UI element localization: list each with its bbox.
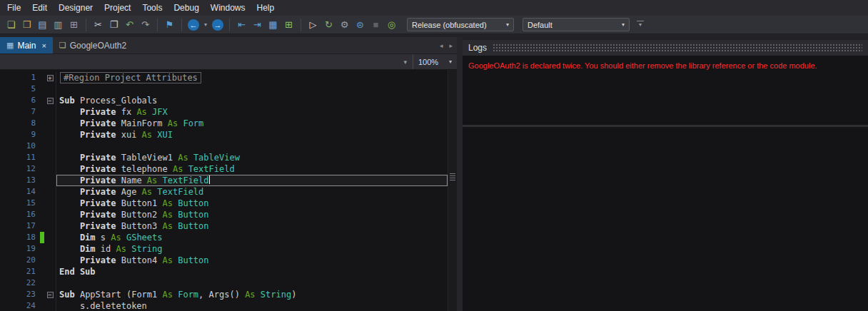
code-line-8[interactable]: 8 Private MainForm As Form [0,118,448,129]
tab-main[interactable]: ▦Main× [0,37,53,53]
code-line-1[interactable]: 1+#Region Project Attributes [0,72,448,83]
new-icon[interactable]: ❏ [4,18,18,31]
line-number: 20 [0,255,40,266]
code-line-12[interactable]: 12 Private telephone As TextField [0,163,448,175]
paste-icon[interactable]: ❐ [107,18,121,31]
line-number: 11 [0,152,40,163]
sub-navigator-select[interactable]: ▾ [0,54,413,69]
menu-item-edit[interactable]: Edit [26,1,53,15]
code-line-10[interactable]: 10 [0,141,448,152]
indent-icon[interactable]: ⇥ [251,18,264,31]
editor-vertical-scrollbar[interactable] [448,70,457,311]
back-history-chevron-icon[interactable]: ▾ [202,18,209,31]
designer-icon[interactable]: ▦ [266,18,280,31]
build-configuration-select[interactable]: Release (obfuscated) ▾ [407,18,514,31]
code-line-11[interactable]: 11 Private TableView1 As TableView [0,152,448,163]
line-number: 1 [0,72,40,83]
fold-collapse-icon[interactable]: − [44,95,56,106]
log-error-message: GoogleOAuth2 is declared twice. You shou… [468,61,862,70]
menu-item-windows[interactable]: Windows [205,1,251,15]
fold-gutter [44,198,56,209]
line-number: 7 [0,106,40,118]
code-text: Dim id As String [56,243,448,255]
compile-icon[interactable]: ↻ [322,18,335,31]
code-line-23[interactable]: 23−Sub AppStart (Form1 As Form, Args() A… [0,289,448,300]
outdent-icon[interactable]: ⇤ [235,18,248,31]
logs-output: GoogleOAuth2 is declared twice. You shou… [463,56,868,127]
code-line-13[interactable]: 13 Private Name As TextField [0,175,448,186]
code-line-20[interactable]: 20 Private Button4 As Button [0,255,448,266]
fold-collapse-icon[interactable]: − [44,289,56,300]
toolbar-separator [181,19,182,31]
code-line-21[interactable]: 21End Sub [0,266,448,277]
menu-item-designer[interactable]: Designer [53,1,99,15]
menu-item-tools[interactable]: Tools [136,1,168,15]
code-text: Private Button3 As Button [56,220,448,232]
tab-scroll-left-icon[interactable]: ◂ [440,42,443,49]
cut-icon[interactable]: ✂ [91,18,105,31]
code-text: Private Button1 As Button [56,198,448,209]
fold-gutter [44,152,56,163]
code-line-9[interactable]: 9 Private xui As XUI [0,129,448,141]
bookmark-icon[interactable]: ⚑ [163,18,176,31]
zoom-select[interactable]: 100% ▾ [413,54,457,69]
code-line-19[interactable]: 19 Dim id As String [0,243,448,255]
code-line-24[interactable]: 24 s.deletetoken [0,300,448,311]
tab-googleoauth2[interactable]: ❏GoogleOAuth2 [53,37,133,53]
editor-pane: ▦Main×❏GoogleOAuth2 ◂ ▸ ▾ 100% ▾ 1+#Regi… [0,37,457,311]
code-text: Private fx As JFX [56,106,448,118]
save-all-icon[interactable]: ▥ [51,18,65,31]
menu-item-debug[interactable]: Debug [168,1,204,15]
code-line-15[interactable]: 15 Private Button1 As Button [0,198,448,209]
modules-icon[interactable]: ⊞ [67,18,81,31]
code-text: Private Button2 As Button [56,209,448,220]
code-text: Sub Process_Globals [56,95,448,106]
code-line-16[interactable]: 16 Private Button2 As Button [0,209,448,220]
toolbar-overflow-button[interactable]: ▾ [637,21,644,29]
menu-item-help[interactable]: Help [251,1,281,15]
line-number: 24 [0,300,40,311]
code-line-22[interactable]: 22 [0,277,448,289]
code-text: Private xui As XUI [56,129,448,141]
build-configuration-value: Release (obfuscated) [412,21,487,29]
tab-scroll-right-icon[interactable]: ▸ [449,42,453,49]
code-line-17[interactable]: 17 Private Button3 As Button [0,220,448,232]
redo-icon[interactable]: ↷ [138,18,152,31]
fold-gutter [44,220,56,232]
menu-item-file[interactable]: File [1,1,26,15]
menu-item-project[interactable]: Project [99,1,136,15]
code-line-6[interactable]: 6−Sub Process_Globals [0,95,448,106]
toolbar-separator [301,19,301,31]
line-number: 6 [0,95,40,106]
logs-panel-header[interactable]: Logs [463,40,868,56]
code-line-5[interactable]: 5 [0,83,448,95]
open-icon[interactable]: ❒ [20,18,34,31]
build-settings-icon[interactable]: ⚙ [338,18,351,31]
clean-icon[interactable]: ◎ [385,18,398,31]
code-text: Private Name As TextField [56,175,448,186]
stop-icon[interactable]: ■ [369,18,383,31]
navigate-forward-icon[interactable]: → [212,19,223,31]
ide-window: FileEditDesignerProjectToolsDebugWindows… [0,0,868,311]
editor-top-bar: ▾ 100% ▾ [0,54,457,70]
tab-scroll-controls: ◂ ▸ [440,37,453,53]
line-number: 13 [0,175,40,186]
save-icon[interactable]: ▤ [36,18,49,31]
fold-expand-icon[interactable]: + [44,72,56,83]
run-configuration-select[interactable]: Default ▾ [523,18,630,31]
code-text [56,83,448,95]
deploy-icon[interactable]: ⊜ [353,18,367,31]
code-line-14[interactable]: 14 Private Age As TextField [0,186,448,198]
navigate-back-icon[interactable]: ← [188,19,199,31]
run-icon[interactable]: ▷ [306,18,320,31]
code-text: Private Age As TextField [56,186,448,198]
visual-designer-icon[interactable]: ⊞ [282,18,296,31]
logs-title: Logs [468,43,487,53]
code-line-18[interactable]: 18 Dim s As GSheets [0,232,448,243]
chevron-down-icon: ▾ [403,58,407,66]
undo-icon[interactable]: ↶ [123,18,136,31]
code-line-7[interactable]: 7 Private fx As JFX [0,106,448,118]
pane-splitter[interactable] [457,37,463,311]
line-number: 22 [0,277,40,289]
close-tab-icon[interactable]: × [41,41,46,50]
